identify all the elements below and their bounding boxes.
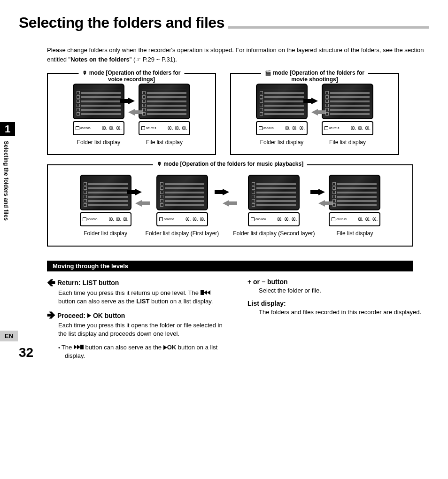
box-music-label: mode [Operation of the folders for music… (153, 161, 307, 167)
box-movie-label: mode [Operation of the folders formovie … (261, 70, 368, 83)
music-status-3: 000/00000. 00. 00. (248, 212, 300, 226)
plusminus-heading: + or − button (247, 278, 429, 286)
proceed-body: Each time you press this it opens the fo… (58, 321, 229, 338)
music-caption-2: Folder list display (First layer) (146, 230, 219, 237)
arrow-left-icon (135, 200, 142, 207)
list-display-heading: List display: (247, 300, 429, 307)
side-section-title: Selecting the folders and files (3, 141, 9, 221)
intro-paragraph: Please change folders only when the reco… (47, 46, 429, 64)
arrow-right-icon (311, 98, 318, 104)
arrow-right-icon: 🡺 (47, 310, 55, 320)
play-icon (87, 313, 91, 318)
music-file-list-screen (329, 175, 380, 210)
music-caption-3: Folder list display (Second layer) (233, 230, 315, 237)
nav-arrows (223, 189, 229, 207)
movie-folder-caption: Folder list display (260, 139, 304, 146)
voice-file-list-screen (139, 84, 190, 119)
title-rule (228, 26, 429, 29)
nav-arrows (311, 98, 318, 116)
proceed-bullet: •The button can also serve as the OK but… (58, 343, 229, 360)
arrow-right-icon (223, 189, 229, 195)
voice-file-status: 001/013 00. 00. 00. (139, 121, 190, 135)
mic-icon (157, 161, 162, 167)
arrow-right-icon (128, 98, 135, 104)
music-folder-list-screen (80, 175, 131, 210)
play-icon (163, 345, 167, 350)
rewind-icon (201, 290, 210, 295)
nav-arrows (318, 189, 325, 207)
music-folder-layer2-screen (248, 175, 300, 210)
movie-folder-list-screen (256, 84, 308, 119)
arrow-right-icon (318, 189, 325, 195)
arrow-left-icon (311, 109, 318, 116)
box-movie-shootings: mode [Operation of the folders formovie … (230, 73, 399, 155)
arrow-left-icon (128, 109, 135, 116)
nav-arrows (135, 189, 142, 207)
fast-forward-icon (74, 345, 84, 349)
chapter-side-tab: 1 Selecting the folders and files (0, 122, 19, 221)
music-status-2: 000/00000. 00. 00. (156, 212, 208, 226)
return-heading: 🡸 Return: LIST button (47, 278, 229, 288)
music-caption-1: Folder list display (84, 230, 127, 237)
movie-file-status: 001/013 00. 00. 00. (322, 121, 373, 135)
box-music-playbacks: mode [Operation of the folders for music… (47, 164, 413, 246)
music-status-4: 001/01300. 00. 00. (329, 212, 380, 226)
movie-file-caption: File list display (329, 139, 366, 146)
arrow-left-icon (223, 200, 229, 207)
movie-folder-status: 000/018 00. 00. 00. (256, 121, 308, 135)
music-status-1: 000/00000. 00. 00. (80, 212, 131, 226)
box-voice-recordings: mode [Operation of the folders forvoice … (47, 73, 216, 155)
arrow-left-icon (318, 200, 325, 207)
arrow-right-icon (135, 189, 142, 195)
voice-folder-caption: Folder list display (77, 139, 121, 146)
plusminus-body: Select the folder or file. (259, 286, 429, 295)
return-body: Each time you press this it returns up o… (58, 289, 229, 306)
proceed-heading: 🡺 Proceed: OK button (47, 310, 229, 320)
nav-arrows (128, 98, 135, 116)
mic-icon (82, 70, 87, 76)
movie-icon (265, 70, 271, 76)
page-number: 32 (19, 345, 33, 360)
voice-file-caption: File list display (146, 139, 183, 146)
music-caption-4: File list display (336, 230, 373, 237)
list-display-body: The folders and files recorded in this r… (259, 308, 429, 317)
language-badge: EN (0, 331, 18, 341)
left-column: 🡸 Return: LIST button Each time you pres… (47, 278, 229, 360)
chapter-number-box: 1 (0, 122, 15, 136)
box-voice-label: mode [Operation of the folders forvoice … (78, 70, 184, 83)
arrow-left-icon: 🡸 (47, 278, 55, 288)
page-title: Selecting the folders and files (19, 14, 224, 31)
voice-folder-status: 000/000 00. 00. 00. (73, 121, 124, 135)
section-heading-bar: Moving through the levels (47, 261, 413, 271)
right-column: + or − button Select the folder or file.… (247, 278, 429, 360)
voice-folder-list-screen (73, 84, 124, 119)
movie-file-list-screen (322, 84, 373, 119)
music-folder-layer1-screen (156, 175, 208, 210)
